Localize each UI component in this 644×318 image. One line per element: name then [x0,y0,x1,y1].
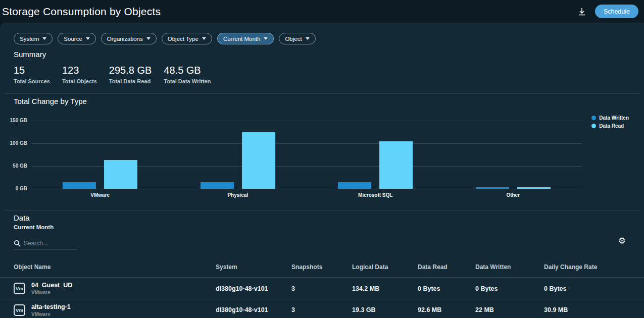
y-axis-tick: 0 GB [0,186,27,191]
column-header-system[interactable]: System [216,263,291,271]
stat-total-data-read: 295.8 GB Total Data Read [109,64,152,84]
filter-object-type[interactable]: Object Type [162,33,212,44]
bar-data-read[interactable] [242,132,275,189]
legend-label: Data Read [599,123,624,129]
search-icon [14,240,21,247]
total-change-chart: 150 GB 100 GB 50 GB 0 GB VMwarePhysicalM… [0,109,644,209]
section-divider [5,93,640,94]
data-subheading: Current Month [14,224,54,230]
bar-data-read[interactable] [517,187,551,189]
download-icon[interactable] [577,7,587,17]
cell-data-read: 0 Bytes [418,285,475,292]
stat-label: Total Data Read [109,78,152,84]
table-row[interactable]: Vm alta-testing-1 VMware dl380g10-48-v10… [0,299,644,318]
bar-data-written[interactable] [476,187,509,189]
chart-group-vmware: VMware [31,121,169,189]
column-header-object-name[interactable]: Object Name [14,263,216,271]
stat-total-sources: 15 Total Sources [14,64,50,84]
chart-plot: VMwarePhysicalMicrosoft SQLOther [31,121,582,189]
legend-label: Data Written [599,115,629,121]
main-panel: System Source Organizations Object Type … [0,23,644,318]
chart-group-physical: Physical [169,121,307,189]
chart-group-other: Other [444,121,582,189]
legend-item-data-written: Data Written [591,115,629,121]
gear-icon[interactable]: ⚙ [618,236,626,246]
filter-system-label: System [20,36,39,42]
chevron-down-icon [202,37,206,40]
filter-bar: System Source Organizations Object Type … [14,33,316,44]
chevron-down-icon [146,37,151,40]
filter-organizations-label: Organizations [107,36,143,42]
stat-label: Total Data Written [164,78,211,84]
bar-data-written[interactable] [63,182,96,189]
search-box [14,237,77,249]
filter-source[interactable]: Source [58,33,95,44]
cell-system: dl380g10-48-v101 [216,285,291,292]
filter-current-month[interactable]: Current Month [217,33,274,44]
object-type: VMware [31,311,71,317]
table-header-row: Object Name System Snapshots Logical Dat… [0,256,644,278]
filter-object[interactable]: Object [279,33,315,44]
column-header-data-read[interactable]: Data Read [418,263,475,271]
x-axis-category-label: VMware [31,192,169,198]
cell-daily-change-rate: 30.9 MB [544,306,644,313]
column-header-logical-data[interactable]: Logical Data [352,263,418,271]
stat-total-data-written: 48.5 GB Total Data Written [164,64,211,84]
stat-value: 295.8 GB [109,64,152,76]
chevron-down-icon [86,37,90,40]
object-name: alta-testing-1 [31,303,71,310]
table-row[interactable]: Vm 04_Guest_UD VMware dl380g10-48-v101 3… [0,278,644,299]
filter-source-label: Source [64,36,82,42]
bar-data-read[interactable] [379,141,413,189]
x-axis-category-label: Microsoft SQL [307,192,444,198]
stat-value: 15 [14,64,50,76]
object-name-cell: Vm 04_Guest_UD VMware [14,282,216,295]
gridline [31,189,582,189]
bar-data-read[interactable] [104,160,137,189]
cell-logical-data: 19.3 GB [352,306,418,313]
summary-stats: 15 Total Sources 123 Total Objects 295.8… [14,64,211,84]
chevron-down-icon [306,37,310,40]
chart-group-microsoft-sql: Microsoft SQL [307,121,444,189]
x-axis-category-label: Physical [169,192,307,198]
y-axis-tick: 100 GB [0,141,27,146]
schedule-button[interactable]: Schedule [595,5,638,18]
legend-dot-data-written [591,116,596,120]
bar-data-written[interactable] [338,182,371,189]
object-name-stack: 04_Guest_UD VMware [31,282,72,295]
cell-snapshots: 3 [291,306,352,313]
cell-data-read: 92.6 MB [418,306,475,313]
filter-object-type-label: Object Type [168,36,199,42]
chart-bars [476,121,551,189]
cell-system: dl380g10-48-v101 [216,306,291,313]
filter-system[interactable]: System [14,33,53,44]
filter-object-label: Object [285,36,302,42]
object-name-stack: alta-testing-1 VMware [31,303,71,317]
cell-snapshots: 3 [291,285,352,292]
column-header-data-written[interactable]: Data Written [475,263,544,271]
chart-title: Total Change by Type [14,97,87,105]
bar-data-written[interactable] [201,182,234,189]
summary-heading: Summary [14,50,46,59]
stat-value: 123 [62,64,97,76]
object-name: 04_Guest_UD [31,282,72,289]
search-input[interactable] [24,240,74,247]
filter-organizations[interactable]: Organizations [101,33,157,44]
stat-label: Total Sources [14,78,50,84]
stat-value: 48.5 GB [164,64,211,76]
cell-daily-change-rate: 0 Bytes [544,285,644,292]
chart-bars [63,121,137,189]
filter-current-month-label: Current Month [223,36,261,42]
column-header-snapshots[interactable]: Snapshots [291,263,352,271]
stat-label: Total Objects [62,78,97,84]
y-axis-tick: 150 GB [0,118,27,123]
objects-table: Object Name System Snapshots Logical Dat… [0,256,644,318]
column-header-daily-change-rate[interactable]: Daily Change Rate [544,263,644,271]
chart-bars [201,121,275,189]
cell-data-written: 0 Bytes [475,285,544,292]
topbar-actions: Schedule [577,5,639,18]
cell-data-written: 22 MB [475,306,544,313]
x-axis-category-label: Other [444,192,582,198]
y-axis-tick: 50 GB [0,164,27,169]
section-divider [5,210,640,210]
